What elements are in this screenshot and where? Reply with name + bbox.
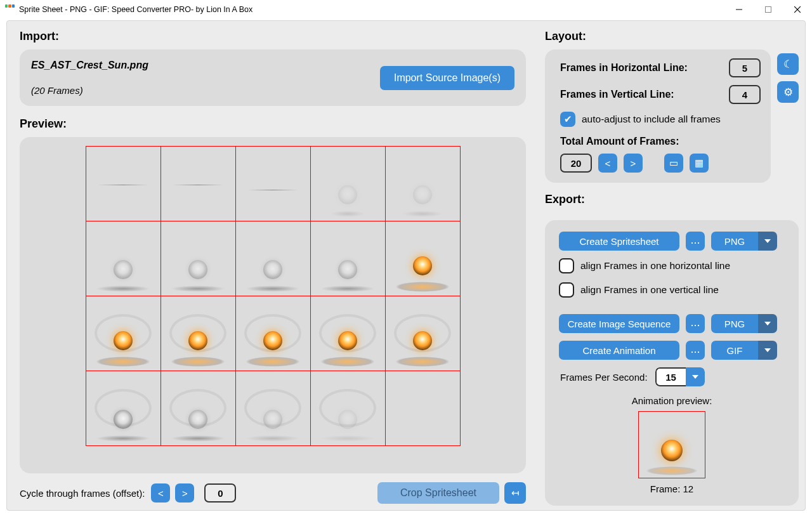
sprite-frame: [386, 371, 460, 445]
fit-horizontal-icon[interactable]: ▭: [664, 154, 683, 173]
app-icon: [5, 4, 15, 15]
spritesheet-format-select[interactable]: PNG: [711, 232, 777, 251]
auto-adjust-label: auto-adjust to include all frames: [582, 114, 721, 125]
sprite-frame: [311, 371, 385, 445]
spritesheet-path-button[interactable]: ...: [686, 232, 705, 251]
spritesheet-format-value: PNG: [711, 232, 758, 251]
sprite-grid: [86, 146, 461, 446]
sprite-frame: [86, 296, 160, 371]
chevron-down-icon: [758, 314, 777, 333]
frames-h-input[interactable]: 5: [729, 58, 761, 77]
sprite-frame: [86, 221, 160, 296]
minimize-button[interactable]: [724, 0, 754, 19]
auto-adjust-checkbox[interactable]: ✔: [560, 112, 575, 127]
grid-layout-icon[interactable]: ▦: [690, 154, 709, 173]
preview-heading: Preview:: [20, 117, 526, 131]
chevron-down-icon: [758, 232, 777, 251]
animation-preview: [638, 411, 705, 478]
crop-spritesheet-button[interactable]: Crop Spritesheet: [377, 482, 499, 504]
animation-frame-label: Frame: 12: [559, 483, 785, 494]
animation-preview-label: Animation preview:: [559, 395, 785, 406]
sprite-frame: [386, 296, 460, 371]
right-column: Layout: Frames in Horizontal Line: 5 Fra…: [545, 27, 799, 504]
create-spritesheet-button[interactable]: Create Spritesheet: [559, 232, 679, 251]
svg-rect-1: [766, 7, 771, 13]
sprite-frame: [86, 147, 160, 221]
layout-heading: Layout:: [545, 30, 799, 43]
sprite-frame: [311, 147, 385, 221]
sprite-frame: [161, 296, 235, 371]
create-sequence-button[interactable]: Create Image Sequence: [559, 314, 679, 333]
sequence-path-button[interactable]: ...: [686, 314, 705, 333]
animation-path-button[interactable]: ...: [686, 341, 705, 360]
window-titlebar: Sprite Sheet - PNG - GIF: Speed Converte…: [0, 0, 812, 19]
settings-icon[interactable]: ⚙: [777, 81, 799, 103]
revert-button[interactable]: ↤: [504, 482, 526, 504]
import-source-button[interactable]: Import Source Image(s): [380, 66, 514, 90]
fps-select[interactable]: 15: [655, 367, 705, 386]
sprite-frame: [161, 147, 235, 221]
sprite-frame: [86, 371, 160, 445]
fps-label: Frames Per Second:: [560, 372, 648, 383]
total-next-button[interactable]: >: [624, 154, 643, 173]
sprite-frame: [236, 371, 310, 445]
align-vertical-checkbox[interactable]: [559, 282, 574, 298]
sprite-frame: [161, 371, 235, 445]
sprite-frame: [311, 221, 385, 296]
frames-v-label: Frames in Vertical Line:: [560, 89, 674, 100]
sprite-frame: [236, 147, 310, 221]
cycle-prev-button[interactable]: <: [151, 483, 170, 503]
total-prev-button[interactable]: <: [598, 154, 617, 173]
layout-panel: Frames in Horizontal Line: 5 Frames in V…: [545, 49, 771, 183]
theme-toggle-icon[interactable]: ☾: [777, 53, 799, 75]
sprite-frame: [236, 221, 310, 296]
animation-format-select[interactable]: GIF: [711, 341, 777, 360]
cycle-next-button[interactable]: >: [175, 483, 194, 503]
close-button[interactable]: [783, 0, 812, 19]
sprite-frame: [386, 147, 460, 221]
total-frames-label: Total Amount of Frames:: [560, 136, 761, 147]
source-filename: ES_AST_Crest_Sun.png: [31, 60, 148, 71]
total-frames-input[interactable]: 20: [560, 154, 592, 173]
window-controls: [724, 0, 812, 19]
fps-value: 15: [655, 367, 686, 386]
sequence-format-select[interactable]: PNG: [711, 314, 777, 333]
source-frame-count: (20 Frames): [31, 85, 148, 96]
import-panel: ES_AST_Crest_Sun.png (20 Frames) Import …: [20, 49, 526, 106]
export-panel: Create Spritesheet ... PNG align Frames …: [545, 220, 799, 506]
import-heading: Import:: [20, 30, 526, 43]
animation-format-value: GIF: [711, 341, 758, 360]
align-horizontal-checkbox[interactable]: [559, 258, 574, 273]
left-column: Import: ES_AST_Crest_Sun.png (20 Frames)…: [20, 27, 545, 504]
chevron-down-icon: [758, 341, 777, 360]
window-title: Sprite Sheet - PNG - GIF: Speed Converte…: [19, 5, 724, 14]
cycle-label: Cycle through frames (offset):: [20, 488, 145, 499]
cycle-offset-input[interactable]: 0: [204, 483, 236, 503]
align-vertical-label: align Frames in one vertical line: [580, 284, 719, 296]
sprite-frame: [161, 221, 235, 296]
cycle-controls: Cycle through frames (offset): < > 0 Cro…: [20, 482, 526, 504]
sprite-frame: [236, 296, 310, 371]
preview-panel: [20, 137, 526, 473]
app-frame: Import: ES_AST_Crest_Sun.png (20 Frames)…: [6, 20, 806, 511]
export-heading: Export:: [545, 193, 799, 206]
sprite-frame: [311, 296, 385, 371]
align-horizontal-label: align Frames in one horizontal line: [580, 260, 730, 272]
frames-v-input[interactable]: 4: [729, 85, 761, 104]
frames-h-label: Frames in Horizontal Line:: [560, 62, 688, 74]
create-animation-button[interactable]: Create Animation: [559, 341, 679, 360]
chevron-down-icon: [686, 367, 705, 386]
maximize-button[interactable]: [754, 0, 783, 19]
sequence-format-value: PNG: [711, 314, 758, 333]
sprite-frame: [386, 221, 460, 296]
